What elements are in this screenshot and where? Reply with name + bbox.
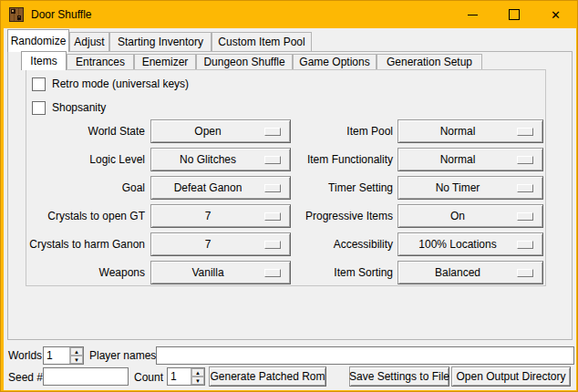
- crystals-harm-ganon-value: 7: [151, 238, 264, 251]
- open-output-directory-button[interactable]: Open Output Directory: [451, 366, 571, 387]
- accessibility-dropdown[interactable]: 100% Locations: [397, 232, 543, 256]
- crystals-open-gt-label: Crystals to open GT: [28, 204, 145, 228]
- tab-custom-item-pool[interactable]: Custom Item Pool: [212, 32, 312, 51]
- dropdown-indicator-icon: [517, 241, 533, 249]
- player-names-input[interactable]: [156, 346, 574, 365]
- tab-dungeon-shuffle[interactable]: Dungeon Shuffle: [196, 54, 293, 69]
- count-label: Count: [134, 368, 163, 387]
- save-settings-button[interactable]: Save Settings to File: [349, 366, 449, 387]
- minimize-button[interactable]: [451, 1, 493, 28]
- tab-custom-item-pool-label: Custom Item Pool: [218, 36, 304, 48]
- maximize-button[interactable]: [493, 1, 535, 28]
- crystals-harm-ganon-label: Crystals to harm Ganon: [19, 232, 145, 256]
- count-input[interactable]: [168, 368, 191, 385]
- count-spin-down-icon[interactable]: ▼: [191, 377, 204, 385]
- door-icon: [9, 7, 24, 22]
- checkbox-icon[interactable]: [32, 77, 46, 91]
- shopsanity-label: Shopsanity: [52, 101, 106, 114]
- tab-starting-inventory-label: Starting Inventory: [118, 36, 203, 48]
- seed-input[interactable]: [43, 367, 129, 386]
- tab-entrances[interactable]: Entrances: [67, 54, 134, 69]
- logic-level-value: No Glitches: [151, 153, 264, 166]
- worlds-input[interactable]: [44, 347, 69, 364]
- logic-level-label: Logic Level: [28, 148, 145, 171]
- world-state-value: Open: [151, 125, 264, 138]
- worlds-spinner[interactable]: ▲ ▼: [43, 346, 84, 365]
- goal-value: Defeat Ganon: [151, 181, 264, 194]
- progressive-items-dropdown[interactable]: On: [397, 204, 543, 228]
- window: Door Shuffle ✕ Randomize Adjust Starting…: [0, 0, 578, 392]
- tab-game-options-label: Game Options: [299, 56, 369, 68]
- generate-patched-rom-label: Generate Patched Rom: [210, 370, 325, 383]
- timer-setting-value: No Timer: [398, 181, 517, 194]
- generate-patched-rom-button[interactable]: Generate Patched Rom: [209, 366, 326, 387]
- tab-items-label: Items: [30, 55, 57, 67]
- tab-game-options[interactable]: Game Options: [293, 54, 377, 69]
- item-functionality-label: Item Functionality: [265, 148, 393, 171]
- tab-adjust-label: Adjust: [74, 36, 104, 48]
- item-pool-dropdown[interactable]: Normal: [397, 119, 543, 143]
- retro-mode-checkbox[interactable]: Retro mode (universal keys): [32, 77, 189, 91]
- window-title: Door Shuffle: [31, 8, 92, 21]
- tab-randomize-label: Randomize: [11, 35, 67, 47]
- tab-randomize[interactable]: Randomize: [7, 29, 69, 52]
- world-state-label: World State: [28, 119, 145, 143]
- weapons-label: Weapons: [28, 261, 145, 284]
- close-icon: ✕: [551, 9, 561, 21]
- timer-setting-dropdown[interactable]: No Timer: [397, 176, 543, 200]
- tab-adjust[interactable]: Adjust: [69, 32, 109, 51]
- item-sorting-dropdown[interactable]: Balanced: [397, 261, 543, 284]
- seed-label: Seed #: [8, 368, 43, 387]
- worlds-spin-down-icon[interactable]: ▼: [70, 356, 83, 364]
- tab-enemizer-label: Enemizer: [142, 56, 189, 68]
- accessibility-label: Accessibility: [265, 232, 393, 256]
- item-sorting-value: Balanced: [398, 266, 517, 279]
- save-settings-label: Save Settings to File: [349, 370, 449, 383]
- crystals-open-gt-value: 7: [151, 210, 264, 222]
- tab-starting-inventory[interactable]: Starting Inventory: [109, 32, 212, 51]
- minimize-icon: [468, 15, 478, 15]
- tab-entrances-label: Entrances: [76, 56, 125, 68]
- worlds-label: Worlds: [8, 346, 42, 365]
- checkbox-icon[interactable]: [32, 101, 46, 115]
- tab-generation-setup[interactable]: Generation Setup: [377, 54, 482, 69]
- item-pool-label: Item Pool: [265, 119, 393, 143]
- close-button[interactable]: ✕: [535, 1, 576, 28]
- player-names-label: Player names: [89, 346, 156, 365]
- goal-label: Goal: [28, 176, 145, 200]
- shopsanity-checkbox[interactable]: Shopsanity: [32, 100, 106, 115]
- timer-setting-label: Timer Setting: [265, 176, 393, 200]
- item-functionality-dropdown[interactable]: Normal: [397, 148, 543, 171]
- tab-enemizer[interactable]: Enemizer: [134, 54, 196, 69]
- open-output-directory-label: Open Output Directory: [456, 370, 565, 383]
- dropdown-indicator-icon: [517, 212, 533, 221]
- weapons-value: Vanilla: [151, 266, 264, 279]
- count-spin-up-icon[interactable]: ▲: [191, 368, 204, 377]
- dropdown-indicator-icon: [517, 184, 533, 192]
- maximize-icon: [509, 9, 520, 20]
- count-spinner[interactable]: ▲ ▼: [167, 367, 205, 386]
- item-pool-value: Normal: [398, 125, 517, 138]
- tab-items[interactable]: Items: [21, 51, 67, 70]
- tab-dungeon-shuffle-label: Dungeon Shuffle: [203, 56, 284, 68]
- progressive-items-label: Progressive Items: [265, 204, 393, 228]
- item-functionality-value: Normal: [398, 153, 517, 166]
- dropdown-indicator-icon: [517, 156, 533, 164]
- item-sorting-label: Item Sorting: [265, 261, 393, 284]
- progressive-items-value: On: [398, 210, 517, 222]
- dropdown-indicator-icon: [517, 128, 533, 136]
- dropdown-indicator-icon: [517, 269, 533, 277]
- tab-generation-setup-label: Generation Setup: [387, 56, 472, 68]
- worlds-spin-up-icon[interactable]: ▲: [70, 347, 83, 356]
- retro-mode-label: Retro mode (universal keys): [52, 77, 189, 90]
- accessibility-value: 100% Locations: [398, 238, 517, 251]
